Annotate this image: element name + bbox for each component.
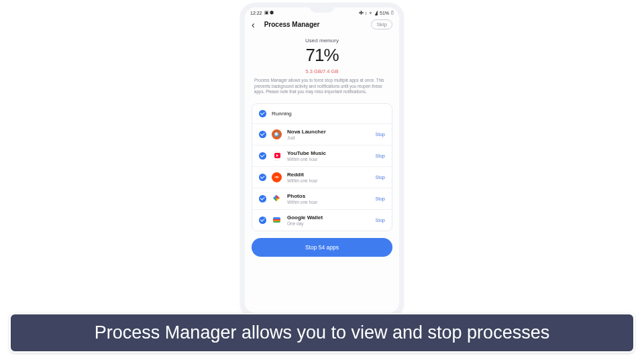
app-time: Within one hour bbox=[287, 178, 370, 183]
list-header-row[interactable]: Running bbox=[252, 104, 392, 124]
stop-link[interactable]: Stop bbox=[376, 175, 385, 180]
stop-link[interactable]: Stop bbox=[376, 218, 385, 223]
check-icon[interactable] bbox=[259, 195, 266, 202]
app-icon-photos bbox=[272, 194, 282, 204]
battery-text: 51% bbox=[380, 11, 389, 15]
app-name: Google Wallet bbox=[287, 215, 370, 221]
display-notch bbox=[309, 7, 335, 13]
status-left-icons: ▣ ⬢ bbox=[264, 10, 274, 15]
skip-button[interactable]: Skip bbox=[371, 19, 392, 29]
app-time: One day bbox=[287, 221, 370, 226]
battery-icon: ▯ bbox=[391, 10, 394, 15]
app-icon-google-wallet bbox=[272, 215, 282, 225]
app-name: YouTube Music bbox=[287, 150, 370, 156]
app-name: Reddit bbox=[287, 172, 370, 178]
list-item: Nova Launcher Just Stop bbox=[252, 124, 392, 145]
process-list-card: Running Nova Launcher Just Stop YouTube … bbox=[252, 103, 392, 231]
app-time: Within one hour bbox=[287, 200, 370, 204]
stop-link[interactable]: Stop bbox=[376, 154, 385, 158]
check-icon[interactable] bbox=[259, 174, 266, 181]
app-time: Just bbox=[287, 135, 370, 140]
memory-summary: Used memory 71% 5.3 GB/7.4 GB Process Ma… bbox=[245, 34, 399, 98]
page-title: Process Manager bbox=[255, 21, 372, 28]
running-label: Running bbox=[272, 111, 292, 117]
app-header: ‹ Process Manager Skip bbox=[245, 17, 399, 34]
phone-screen: 12:22 ▣ ⬢ ✱ ⋮ ᯤ ◢ 51% ▯ ‹ Process Manage… bbox=[245, 7, 399, 313]
summary-percent: 71% bbox=[253, 45, 391, 66]
caption-banner: Process Manager allows you to view and s… bbox=[9, 313, 635, 353]
list-item: Google Wallet One day Stop bbox=[252, 210, 392, 231]
list-item: YouTube Music Within one hour Stop bbox=[252, 145, 392, 167]
stop-all-button[interactable]: Stop 54 apps bbox=[252, 238, 392, 257]
app-time: Within one hour bbox=[287, 157, 370, 162]
app-icon-nova bbox=[272, 129, 282, 139]
stop-link[interactable]: Stop bbox=[376, 132, 385, 137]
app-icon-youtube-music bbox=[272, 151, 282, 161]
summary-memory: 5.3 GB/7.4 GB bbox=[253, 68, 391, 74]
list-item: Photos Within one hour Stop bbox=[252, 188, 392, 210]
status-time: 12:22 bbox=[250, 11, 262, 15]
phone-frame: 12:22 ▣ ⬢ ✱ ⋮ ᯤ ◢ 51% ▯ ‹ Process Manage… bbox=[240, 3, 404, 318]
list-item: Reddit Within one hour Stop bbox=[252, 167, 392, 188]
status-right-icons: ✱ ⋮ ᯤ ◢ bbox=[359, 11, 378, 15]
app-name: Nova Launcher bbox=[287, 129, 370, 135]
summary-label: Used memory bbox=[253, 38, 391, 44]
app-name: Photos bbox=[287, 193, 370, 199]
stop-link[interactable]: Stop bbox=[376, 196, 385, 201]
check-all-icon[interactable] bbox=[259, 110, 266, 117]
check-icon[interactable] bbox=[259, 217, 266, 224]
summary-description: Process Manager allows you to force stop… bbox=[253, 78, 391, 95]
check-icon[interactable] bbox=[259, 152, 266, 160]
app-icon-reddit bbox=[272, 172, 282, 182]
check-icon[interactable] bbox=[259, 131, 266, 138]
